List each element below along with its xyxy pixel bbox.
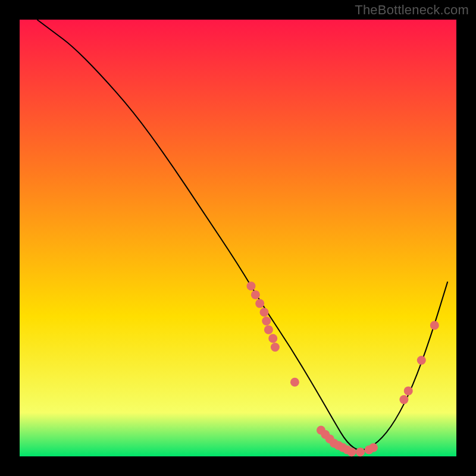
data-point xyxy=(251,290,260,299)
data-point xyxy=(404,386,413,395)
data-point xyxy=(369,443,378,452)
data-point xyxy=(399,395,408,404)
data-point xyxy=(290,378,299,387)
chart-frame: TheBottleneck.com xyxy=(0,0,476,476)
data-point xyxy=(347,447,356,456)
data-point xyxy=(255,299,264,308)
data-point xyxy=(417,356,426,365)
data-point xyxy=(430,321,439,330)
bottleneck-chart xyxy=(0,0,476,476)
data-point xyxy=(247,281,256,290)
watermark-text: TheBottleneck.com xyxy=(355,2,469,18)
data-point xyxy=(271,343,280,352)
data-point xyxy=(356,447,365,456)
data-point xyxy=(260,308,269,317)
data-point xyxy=(268,334,277,343)
data-point xyxy=(264,325,273,334)
plot-area xyxy=(20,20,456,456)
data-point xyxy=(262,317,271,325)
